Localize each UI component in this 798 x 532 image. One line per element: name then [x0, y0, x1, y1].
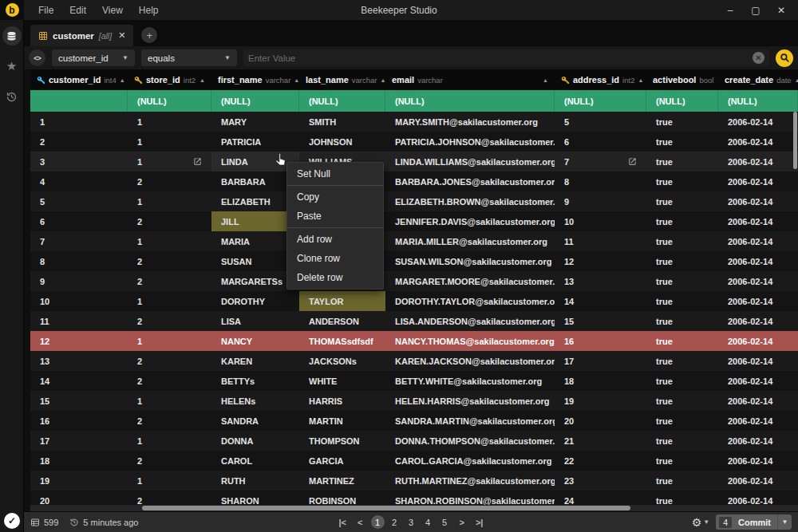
table-cell[interactable]: 1: [128, 152, 211, 171]
table-cell[interactable]: true: [646, 431, 718, 451]
column-header-email[interactable]: emailvarchar▲: [385, 69, 555, 90]
table-cell[interactable]: 9: [555, 191, 646, 211]
tab-close-icon[interactable]: ✕: [118, 30, 125, 41]
insert-cell[interactable]: (NULL): [128, 90, 211, 112]
table-cell[interactable]: 17: [555, 351, 646, 371]
table-cell[interactable]: HELENs: [211, 391, 299, 411]
table-cell[interactable]: ANDERSON: [299, 311, 385, 331]
table-cell[interactable]: MARY: [211, 112, 299, 132]
table-cell[interactable]: HELEN.HARRIS@sakilacustomer.org: [385, 391, 555, 411]
table-cell[interactable]: RUTH.MARTINEZ@sakilacustomer.org: [385, 471, 555, 491]
table-cell[interactable]: 2: [30, 132, 128, 152]
context-menu-item-delete-row[interactable]: Delete row: [287, 268, 383, 287]
menu-help[interactable]: Help: [131, 2, 167, 19]
context-menu-item-add-row[interactable]: Add row: [287, 230, 383, 249]
table-cell[interactable]: MARIA.MILLER@sakilacustomer.org: [385, 231, 555, 251]
table-cell[interactable]: 16: [555, 331, 646, 351]
sort-asc-icon[interactable]: ▲: [638, 77, 643, 83]
table-cell[interactable]: 2: [128, 451, 211, 471]
context-menu-item-set-null[interactable]: Set Null: [287, 164, 383, 183]
horizontal-scrollbar-track[interactable]: [30, 505, 798, 511]
table-cell[interactable]: SUSAN.WILSON@sakilacustomer.org: [385, 251, 555, 271]
table-cell[interactable]: 2006-02-14: [718, 171, 798, 191]
table-cell[interactable]: JENNIFER.DAVIS@sakilacustomer.org: [385, 211, 555, 231]
table-cell[interactable]: SANDRA: [211, 411, 299, 431]
page-button-3[interactable]: 3: [405, 515, 418, 529]
table-cell[interactable]: 1: [128, 471, 211, 491]
table-cell[interactable]: 1: [128, 231, 211, 251]
expand-cell-icon[interactable]: [628, 157, 637, 166]
settings-menu[interactable]: ⚙ ▼: [692, 516, 709, 529]
menu-view[interactable]: View: [94, 2, 131, 19]
table-cell[interactable]: BARBARA.JONES@sakilacustomer.org: [385, 171, 555, 191]
insert-cell[interactable]: (NULL): [299, 90, 385, 112]
table-cell[interactable]: 7: [555, 152, 646, 171]
table-row[interactable]: 142BETTYsWHITEBETTY.WHITE@sakilacustomer…: [30, 371, 798, 391]
table-cell[interactable]: TAYLOR: [299, 291, 385, 311]
table-row[interactable]: 121NANCYTHOMASsdfsdfNANCY.THOMAS@sakilac…: [30, 331, 798, 351]
table-row[interactable]: 162SANDRAMARTINSANDRA.MARTIN@sakilacusto…: [30, 411, 798, 431]
table-cell[interactable]: 13: [30, 351, 128, 371]
table-cell[interactable]: 5: [555, 112, 646, 132]
table-cell[interactable]: 18: [30, 451, 128, 471]
table-cell[interactable]: 22: [555, 451, 646, 471]
table-row[interactable]: 191RUTHMARTINEZRUTH.MARTINEZ@sakilacusto…: [30, 471, 798, 491]
table-cell[interactable]: BETTYs: [211, 371, 299, 391]
table-cell[interactable]: CAROL: [211, 451, 299, 471]
table-cell[interactable]: DOROTHY.TAYLOR@sakilacustomer.org: [385, 291, 555, 311]
sort-asc-icon[interactable]: ▲: [543, 77, 548, 83]
table-cell[interactable]: 2006-02-14: [718, 351, 798, 371]
table-cell[interactable]: 11: [30, 311, 128, 331]
table-cell[interactable]: 10: [30, 291, 128, 311]
table-cell[interactable]: true: [646, 471, 718, 491]
table-cell[interactable]: MARGARET.MOORE@sakilacustomer.org: [385, 271, 555, 291]
table-cell[interactable]: 1: [128, 132, 211, 152]
table-cell[interactable]: 23: [555, 471, 646, 491]
table-cell[interactable]: true: [646, 132, 718, 152]
filter-operator-select[interactable]: equals ▼: [141, 49, 237, 66]
table-cell[interactable]: KAREN: [211, 351, 299, 371]
table-cell[interactable]: 1: [128, 291, 211, 311]
sort-asc-icon[interactable]: ▲: [120, 77, 125, 83]
clear-filter-icon[interactable]: ✕: [753, 52, 764, 64]
next-page-button[interactable]: >: [456, 518, 468, 527]
table-cell[interactable]: 2006-02-14: [718, 451, 798, 471]
table-cell[interactable]: 12: [555, 251, 646, 271]
table-cell[interactable]: PATRICIA.JOHNSON@sakilacustomer.org: [385, 132, 555, 152]
commit-button[interactable]: 4 Commit ▼: [716, 514, 792, 530]
table-cell[interactable]: 17: [30, 431, 128, 451]
table-cell[interactable]: THOMASsdfsdf: [299, 331, 385, 351]
page-button-1[interactable]: 1: [371, 515, 385, 529]
table-cell[interactable]: 2006-02-14: [718, 271, 798, 291]
table-cell[interactable]: 3: [30, 152, 128, 171]
table-cell[interactable]: 2: [128, 171, 211, 191]
table-cell[interactable]: 2: [128, 211, 211, 231]
table-cell[interactable]: 2: [128, 271, 211, 291]
table-cell[interactable]: JACKSONs: [299, 351, 385, 371]
table-cell[interactable]: 2006-02-14: [718, 112, 798, 132]
table-cell[interactable]: true: [646, 331, 718, 351]
table-cell[interactable]: 2006-02-14: [718, 132, 798, 152]
table-cell[interactable]: true: [646, 311, 718, 331]
column-header-customer_id[interactable]: customer_idint4▲: [30, 69, 128, 90]
favorites-star-icon[interactable]: ★: [2, 57, 22, 76]
context-menu-item-paste[interactable]: Paste: [287, 207, 383, 226]
table-cell[interactable]: 2: [128, 251, 211, 271]
table-cell[interactable]: 1: [128, 331, 211, 351]
table-cell[interactable]: 8: [30, 251, 128, 271]
context-menu-item-copy[interactable]: Copy: [287, 187, 383, 207]
table-cell[interactable]: true: [646, 391, 718, 411]
table-row[interactable]: 82SUSANWILSONSUSAN.WILSON@sakilacustomer…: [30, 251, 798, 271]
table-cell[interactable]: 2: [128, 411, 211, 431]
context-menu-item-clone-row[interactable]: Clone row: [287, 249, 383, 268]
column-header-activebool[interactable]: activeboolbool▲: [646, 69, 718, 90]
table-cell[interactable]: 18: [555, 371, 646, 391]
table-row[interactable]: 171DONNATHOMPSONDONNA.THOMPSON@sakilacus…: [30, 431, 798, 451]
pending-insert-row[interactable]: (NULL)(NULL)(NULL)(NULL)(NULL)(NULL)(NUL…: [30, 90, 798, 112]
table-cell[interactable]: DONNA.THOMPSON@sakilacustomer.org: [385, 431, 555, 451]
filter-field-select[interactable]: customer_id ▼: [52, 49, 135, 66]
filter-value-input[interactable]: [248, 53, 753, 63]
table-cell[interactable]: 1: [128, 112, 211, 132]
table-cell[interactable]: 2006-02-14: [718, 231, 798, 251]
menu-file[interactable]: File: [30, 2, 61, 19]
